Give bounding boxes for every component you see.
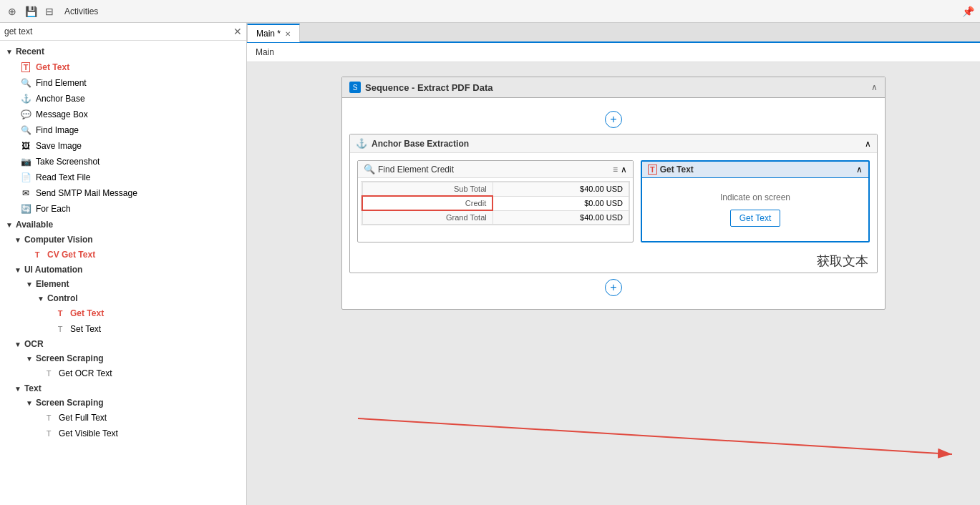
find-element-collapse-btn[interactable]: ∧ <box>621 165 627 175</box>
read-text-file-icon: 📄 <box>20 172 31 183</box>
breadcrumb: Main <box>247 43 980 62</box>
find-element-block: 🔍 Find Element Credit ≡ ∧ <box>357 160 634 242</box>
get-text-block: T Get Text ∧ Indicate on screen Get Text <box>641 160 870 242</box>
toolbar-icon-save[interactable]: 💾 <box>24 5 37 18</box>
get-visible-text-label: Get Visible Text <box>59 428 118 438</box>
available-arrow: ▼ <box>6 221 13 229</box>
recent-find-element-label: Find Element <box>36 78 87 88</box>
sequence-collapse-btn[interactable]: ∧ <box>871 82 878 92</box>
add-below-anchor-btn[interactable]: + <box>605 279 622 296</box>
for-each-icon: 🔄 <box>20 203 31 215</box>
control-get-text-label: Get Text <box>70 308 104 318</box>
control-get-text[interactable]: T Get Text <box>0 305 246 321</box>
recent-find-image[interactable]: 🔍 Find Image <box>0 122 246 138</box>
recent-take-screenshot[interactable]: 📷 Take Screenshot <box>0 154 246 170</box>
recent-save-image[interactable]: 🖼 Save Image <box>0 138 246 154</box>
chinese-label-area: 获取文本 <box>350 250 877 273</box>
text-screen-scraping-label: Screen Scraping <box>36 398 104 408</box>
take-screenshot-icon: 📷 <box>20 156 31 167</box>
get-text-title: Get Text <box>660 165 853 175</box>
control-get-text-icon: T <box>54 308 66 319</box>
grandtotal-label: Grand Total <box>362 210 493 225</box>
control-set-text[interactable]: T Set Text <box>0 321 246 337</box>
recent-for-each[interactable]: 🔄 For Each <box>0 201 246 217</box>
search-input[interactable] <box>4 26 231 36</box>
find-element-body: Sub Total $40.00 USD Credit $0.00 USD <box>358 181 633 225</box>
computer-vision-header[interactable]: ▼ Computer Vision <box>0 232 246 247</box>
control-header[interactable]: ▼ Control <box>0 291 246 305</box>
ocr-screen-scraping-header[interactable]: ▼ Screen Scraping <box>0 351 246 366</box>
sequence-title: Sequence - Extract PDF Data <box>365 82 867 93</box>
control-set-text-label: Set Text <box>70 324 101 334</box>
activities-panel: ✕ ▼ Recent T Get Text 🔍 Find Element ⚓ A… <box>0 23 247 505</box>
recent-anchor-base-label: Anchor Base <box>36 94 85 104</box>
get-full-text-item[interactable]: T Get Full Text <box>0 410 246 426</box>
grandtotal-value: $40.00 USD <box>493 210 629 225</box>
tab-main-close[interactable]: ✕ <box>285 30 291 38</box>
recent-get-text[interactable]: T Get Text <box>0 59 246 75</box>
sequence-block: S Sequence - Extract PDF Data ∧ + ⚓ Anch… <box>341 77 886 310</box>
add-above-sequence-btn[interactable]: + <box>605 111 622 128</box>
subtotal-value: $40.00 USD <box>493 182 629 197</box>
recent-save-image-label: Save Image <box>36 141 82 151</box>
text-screen-scraping-header[interactable]: ▼ Screen Scraping <box>0 396 246 410</box>
anchor-base-title: Anchor Base Extraction <box>372 139 860 149</box>
find-element-icon: 🔍 <box>20 77 31 89</box>
tab-main-label: Main * <box>256 29 281 39</box>
find-element-hamburger[interactable]: ≡ <box>613 165 618 175</box>
ocr-header[interactable]: ▼ OCR <box>0 337 246 351</box>
pin-icon[interactable]: 📌 <box>962 6 974 17</box>
available-section-header[interactable]: ▼ Available <box>0 217 246 232</box>
ui-automation-header[interactable]: ▼ UI Automation <box>0 263 246 277</box>
send-smtp-icon: ✉ <box>20 187 31 199</box>
get-text-collapse-btn[interactable]: ∧ <box>856 165 863 175</box>
message-box-icon: 💬 <box>20 109 31 120</box>
find-element-header: 🔍 Find Element Credit ≡ ∧ <box>358 161 633 178</box>
tab-main[interactable]: Main * ✕ <box>247 24 300 42</box>
recent-read-text-file-label: Read Text File <box>36 172 90 182</box>
recent-for-each-label: For Each <box>36 204 71 214</box>
anchor-base-block: ⚓ Anchor Base Extraction ∧ 🔍 Find Elemen… <box>349 134 878 273</box>
toolbar-icon-new[interactable]: ⊕ <box>6 5 19 18</box>
control-arrow: ▼ <box>37 295 44 303</box>
get-ocr-text-item[interactable]: T Get OCR Text <box>0 366 246 381</box>
get-full-text-label: Get Full Text <box>59 413 107 423</box>
svg-line-1 <box>358 418 952 454</box>
text-header[interactable]: ▼ Text <box>0 381 246 396</box>
find-element-title: Find Element Credit <box>378 165 610 175</box>
computer-vision-label: Computer Vision <box>24 235 93 245</box>
credit-value: $0.00 USD <box>493 196 629 210</box>
toolbar-icon-filter[interactable]: ⊟ <box>43 5 56 18</box>
search-clear-button[interactable]: ✕ <box>233 26 242 37</box>
text-screen-scraping-arrow: ▼ <box>26 399 33 407</box>
get-visible-text-icon: T <box>43 428 54 439</box>
recent-read-text-file[interactable]: 📄 Read Text File <box>0 170 246 185</box>
recent-section-header[interactable]: ▼ Recent <box>0 44 246 59</box>
cv-get-text-icon: T <box>31 249 43 260</box>
sequence-body: + ⚓ Anchor Base Extraction ∧ � <box>342 98 885 309</box>
get-text-action-button[interactable]: Get Text <box>730 210 780 227</box>
recent-get-text-label: Get Text <box>36 62 69 72</box>
get-visible-text-item[interactable]: T Get Visible Text <box>0 426 246 441</box>
element-header[interactable]: ▼ Element <box>0 277 246 291</box>
tab-bar: Main * ✕ <box>247 23 980 43</box>
recent-find-element[interactable]: 🔍 Find Element <box>0 75 246 91</box>
ui-automation-arrow: ▼ <box>14 266 21 274</box>
recent-take-screenshot-label: Take Screenshot <box>36 157 100 167</box>
get-ocr-text-icon: T <box>43 368 54 379</box>
get-text-header: T Get Text ∧ <box>642 162 868 178</box>
recent-message-box[interactable]: 💬 Message Box <box>0 107 246 122</box>
anchor-body: 🔍 Find Element Credit ≡ ∧ <box>350 153 877 250</box>
recent-send-smtp[interactable]: ✉ Send SMTP Mail Message <box>0 185 246 201</box>
computer-vision-arrow: ▼ <box>14 236 21 244</box>
control-label: Control <box>47 293 78 303</box>
credit-label: Credit <box>362 196 493 210</box>
save-image-icon: 🖼 <box>20 140 31 152</box>
cv-get-text-item[interactable]: T CV Get Text <box>0 247 246 263</box>
recent-find-image-label: Find Image <box>36 125 79 135</box>
recent-anchor-base[interactable]: ⚓ Anchor Base <box>0 91 246 107</box>
canvas-area[interactable]: S Sequence - Extract PDF Data ∧ + ⚓ Anch… <box>247 62 980 505</box>
find-element-header-icon: 🔍 <box>364 164 375 175</box>
ocr-screen-scraping-label: Screen Scraping <box>36 353 104 363</box>
anchor-collapse-btn[interactable]: ∧ <box>865 139 871 149</box>
